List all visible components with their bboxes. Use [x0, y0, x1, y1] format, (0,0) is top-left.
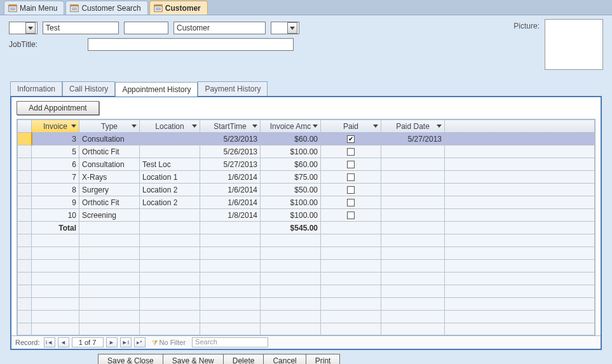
cell-amount[interactable]: $60.00: [261, 133, 321, 145]
tab-main-menu[interactable]: Main Menu: [4, 1, 64, 15]
row-selector[interactable]: [18, 158, 32, 171]
cell-paid-date[interactable]: [381, 158, 445, 171]
cancel-button[interactable]: Cancel: [263, 354, 306, 364]
save-close-button[interactable]: Save & Close: [98, 354, 163, 364]
cell-location[interactable]: [140, 209, 200, 222]
cell-amount[interactable]: $100.00: [261, 209, 321, 222]
cell-invoice[interactable]: 3: [32, 133, 79, 145]
checkbox-icon[interactable]: [347, 212, 355, 219]
print-button[interactable]: Print: [306, 354, 341, 364]
cell-location[interactable]: Location 1: [140, 171, 200, 184]
col-location[interactable]: Location: [140, 120, 200, 133]
cell-type[interactable]: Orthotic Fit: [79, 196, 140, 209]
cell-paid-date[interactable]: [381, 184, 445, 196]
cell-starttime[interactable]: 1/6/2014: [200, 171, 261, 184]
checkbox-icon[interactable]: [347, 148, 355, 156]
cell-paid[interactable]: [321, 171, 381, 184]
row-selector[interactable]: [18, 145, 32, 158]
col-invoice[interactable]: Invoice: [32, 120, 79, 133]
table-row[interactable]: 3Consultation5/23/2013$60.005/27/2013: [18, 133, 595, 145]
row-selector[interactable]: [18, 196, 32, 209]
table-row[interactable]: 6ConsultationTest Loc5/27/2013$60.00: [18, 158, 595, 171]
cell-type[interactable]: X-Rays: [79, 171, 140, 184]
cell-invoice[interactable]: 8: [32, 184, 79, 196]
checkbox-icon[interactable]: [347, 161, 355, 168]
cell-paid-date[interactable]: [381, 171, 445, 184]
col-paid[interactable]: Paid: [321, 120, 381, 133]
nav-new-button[interactable]: ▸*: [134, 337, 146, 347]
no-filter-indicator[interactable]: ⧩ No Filter: [152, 339, 186, 347]
cell-paid[interactable]: [321, 158, 381, 171]
col-paid-date[interactable]: Paid Date: [381, 120, 445, 133]
nav-next-button[interactable]: ►: [106, 337, 118, 347]
cell-amount[interactable]: $60.00: [261, 158, 321, 171]
cell-starttime[interactable]: 5/26/2013: [200, 145, 261, 158]
cell-type[interactable]: Consultation: [79, 158, 140, 171]
cell-paid-date[interactable]: [381, 196, 445, 209]
cell-starttime[interactable]: 5/23/2013: [200, 133, 261, 145]
select-all-corner[interactable]: [18, 120, 32, 133]
table-row[interactable]: 5Orthotic Fit5/26/2013$100.00: [18, 145, 595, 158]
picture-box[interactable]: [545, 19, 603, 70]
cell-location[interactable]: [140, 133, 200, 145]
checkbox-icon[interactable]: [347, 186, 355, 194]
save-new-button[interactable]: Save & New: [163, 354, 224, 364]
cell-paid[interactable]: [321, 196, 381, 209]
search-input[interactable]: Search: [192, 337, 268, 347]
tab-payment-history[interactable]: Payment History: [198, 81, 268, 96]
nav-first-button[interactable]: I◄: [44, 337, 55, 347]
table-row[interactable]: 8SurgeryLocation 21/6/2014$50.00: [18, 184, 595, 196]
cell-invoice[interactable]: 9: [32, 196, 79, 209]
cell-type[interactable]: Consultation: [79, 133, 140, 145]
cell-amount[interactable]: $50.00: [261, 184, 321, 196]
col-starttime[interactable]: StartTime: [200, 120, 261, 133]
row-selector[interactable]: [18, 209, 32, 222]
last-name-field[interactable]: Customer: [173, 22, 266, 34]
table-row[interactable]: 10Screening1/8/2014$100.00: [18, 209, 595, 222]
table-row[interactable]: 7X-RaysLocation 11/6/2014$75.00: [18, 171, 595, 184]
record-position[interactable]: 1 of 7: [72, 337, 104, 347]
cell-paid-date[interactable]: 5/27/2013: [381, 133, 445, 145]
tab-customer[interactable]: Customer: [149, 1, 208, 15]
cell-paid-date[interactable]: [381, 209, 445, 222]
cell-starttime[interactable]: 1/6/2014: [200, 196, 261, 209]
col-type[interactable]: Type: [79, 120, 140, 133]
cell-location[interactable]: Test Loc: [140, 158, 200, 171]
cell-paid[interactable]: [321, 145, 381, 158]
cell-type[interactable]: Orthotic Fit: [79, 145, 140, 158]
jobtitle-field[interactable]: [88, 38, 294, 51]
table-row[interactable]: 9Orthotic FitLocation 21/6/2014$100.00: [18, 196, 595, 209]
nav-last-button[interactable]: ►I: [120, 337, 132, 347]
cell-paid[interactable]: [321, 133, 381, 145]
col-invoice-amount[interactable]: Invoice Amc: [261, 120, 321, 133]
prefix-select[interactable]: [9, 22, 37, 34]
row-selector[interactable]: [18, 133, 32, 145]
row-selector[interactable]: [18, 184, 32, 196]
cell-amount[interactable]: $100.00: [261, 145, 321, 158]
cell-paid[interactable]: [321, 209, 381, 222]
cell-amount[interactable]: $75.00: [261, 171, 321, 184]
cell-invoice[interactable]: 7: [32, 171, 79, 184]
first-name-field[interactable]: Test: [43, 22, 119, 34]
nav-prev-button[interactable]: ◄: [58, 337, 69, 347]
cell-location[interactable]: Location 2: [140, 196, 200, 209]
cell-invoice[interactable]: 10: [32, 209, 79, 222]
cell-starttime[interactable]: 5/27/2013: [200, 158, 261, 171]
cell-invoice[interactable]: 6: [32, 158, 79, 171]
tab-customer-search[interactable]: Customer Search: [65, 1, 147, 15]
row-selector[interactable]: [18, 171, 32, 184]
add-appointment-button[interactable]: Add Appointment: [17, 101, 99, 115]
cell-location[interactable]: [140, 145, 200, 158]
tab-call-history[interactable]: Call History: [62, 81, 115, 96]
delete-button[interactable]: Delete: [223, 354, 264, 364]
checkbox-icon[interactable]: [347, 173, 355, 181]
cell-starttime[interactable]: 1/8/2014: [200, 209, 261, 222]
cell-location[interactable]: Location 2: [140, 184, 200, 196]
cell-amount[interactable]: $100.00: [261, 196, 321, 209]
cell-type[interactable]: Screening: [79, 209, 140, 222]
checkbox-icon[interactable]: [347, 135, 355, 143]
tab-appointment-history[interactable]: Appointment History: [115, 82, 198, 97]
suffix-select[interactable]: [271, 22, 299, 34]
checkbox-icon[interactable]: [347, 199, 355, 206]
cell-invoice[interactable]: 5: [32, 145, 79, 158]
